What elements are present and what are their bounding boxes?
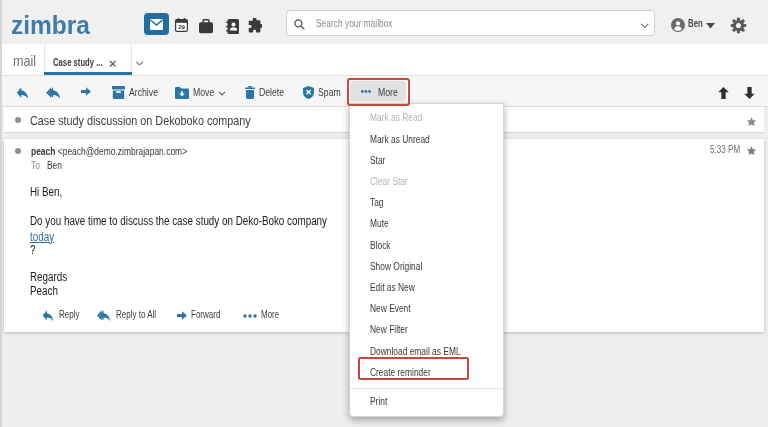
- svg-text:29: 29: [178, 24, 185, 30]
